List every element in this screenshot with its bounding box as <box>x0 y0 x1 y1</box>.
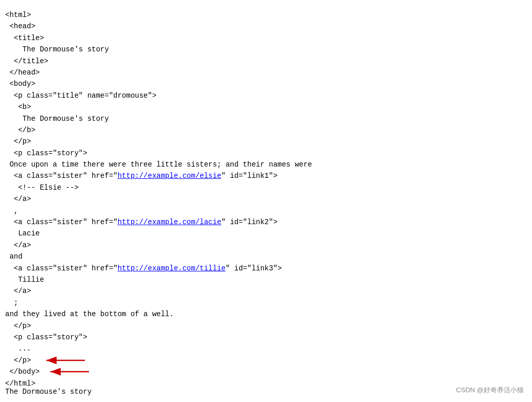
arrow2-container <box>45 366 92 379</box>
code-line: ... <box>0 343 532 354</box>
code-text: <head> <box>5 21 36 32</box>
code-line: <a class="sister" href="http://example.c… <box>0 216 532 228</box>
code-text: </p> <box>5 355 31 366</box>
code-text: <body> <box>5 78 36 89</box>
code-text: <p class="title" name="dromouse"> <box>5 90 156 101</box>
bottom-result-text: The Dormouse's story <box>5 388 92 396</box>
code-line: <p class="title" name="dromouse"> <box>0 90 532 101</box>
code-text: <!-- Elsie --> <box>5 182 79 193</box>
code-text: </a> <box>5 285 31 297</box>
code-text: <p class="story"> <box>5 332 87 343</box>
code-text: </p> <box>5 136 31 147</box>
code-text: </title> <box>5 56 48 67</box>
code-line: </a> <box>0 193 532 205</box>
code-line: </p> <box>0 136 532 147</box>
code-block: <html> <head> <title> The Dormouse's sto… <box>0 5 532 393</box>
code-line: and they lived at the bottom of a well. <box>0 308 532 320</box>
code-text: <title> <box>5 32 44 44</box>
code-text: <p class="story"> <box>5 148 87 159</box>
code-line: <b> <box>0 101 532 113</box>
code-line: <a class="sister" href="http://example.c… <box>0 170 532 181</box>
code-text: The Dormouse's story <box>5 44 109 55</box>
code-line: Tillie <box>0 274 532 285</box>
code-text: ; <box>5 297 18 308</box>
code-line: <body> <box>0 78 532 89</box>
code-line: <title> <box>0 32 532 44</box>
code-text: <html> <box>5 9 31 21</box>
code-line: ; <box>0 297 532 308</box>
code-text: <a class="sister" href=" <box>5 170 117 181</box>
code-line: <p class="story"> <box>0 332 532 343</box>
code-line: <a class="sister" href="http://example.c… <box>0 263 532 274</box>
code-line: </p> <box>0 320 532 332</box>
code-text: " id="link3"> <box>225 263 281 274</box>
code-line: Once upon a time there were three little… <box>0 159 532 170</box>
code-line: </a> <box>0 285 532 297</box>
code-text: Lacie <box>5 228 40 239</box>
code-text: " id="link2"> <box>221 216 277 228</box>
code-line: </b> <box>0 124 532 136</box>
tillie-link[interactable]: http://example.com/tillie <box>117 263 225 274</box>
csdn-watermark: CSDN @好奇养活小猫 <box>456 386 524 395</box>
code-line: <p class="story"> <box>0 148 532 159</box>
elsie-link[interactable]: http://example.com/elsie <box>117 170 221 181</box>
code-line: </title> <box>0 56 532 67</box>
code-line: <head> <box>0 21 532 32</box>
code-text: </a> <box>5 193 31 205</box>
code-text: and <box>5 251 23 262</box>
code-text: <a class="sister" href=" <box>5 263 117 274</box>
code-text: ... <box>5 343 31 354</box>
code-line-with-arrow: </p> <box>0 355 532 366</box>
code-line: <html> <box>0 9 532 21</box>
code-text: , <box>5 205 18 216</box>
code-line: The Dormouse's story <box>0 113 532 124</box>
code-line: </a> <box>0 240 532 251</box>
code-line: and <box>0 251 532 262</box>
code-text: The Dormouse's story <box>5 113 109 124</box>
code-text: </head> <box>5 67 40 78</box>
code-text: <b> <box>5 101 31 113</box>
code-text: Once upon a time there were three little… <box>5 159 312 170</box>
arrow-annotation <box>41 355 87 366</box>
code-line: , <box>0 205 532 216</box>
code-line: Lacie <box>0 228 532 239</box>
code-text: </body> <box>5 366 40 377</box>
arrow1-svg <box>41 355 87 366</box>
lacie-link[interactable]: http://example.com/lacie <box>117 216 221 228</box>
code-text: </b> <box>5 124 36 136</box>
code-line: <!-- Elsie --> <box>0 182 532 193</box>
arrow2-svg <box>45 366 92 377</box>
code-line: The Dormouse's story <box>0 44 532 55</box>
code-text: Tillie <box>5 274 44 285</box>
code-text: " id="link1"> <box>221 170 277 181</box>
code-text: </p> <box>5 320 31 332</box>
code-text: </a> <box>5 240 31 251</box>
code-line: </head> <box>0 67 532 78</box>
code-text: and they lived at the bottom of a well. <box>5 308 174 320</box>
code-text: <a class="sister" href=" <box>5 216 117 228</box>
